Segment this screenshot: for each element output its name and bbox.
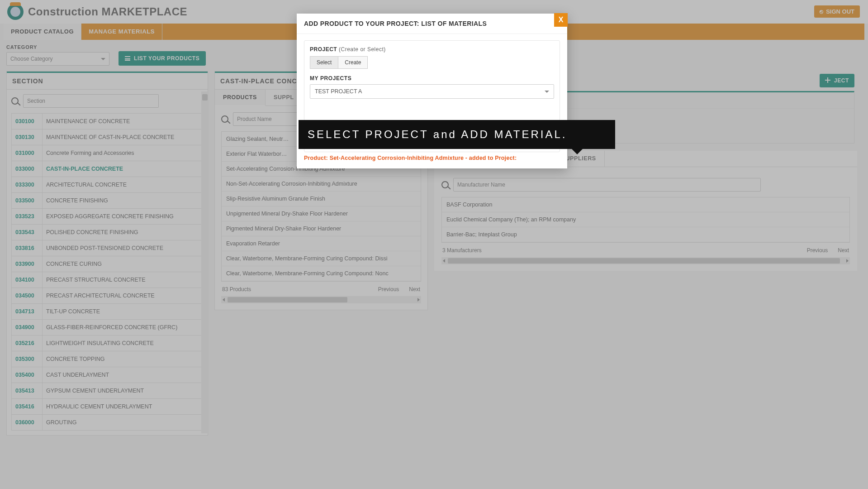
- project-mode-toggle: Select Create: [310, 56, 554, 69]
- modal-close-button[interactable]: X: [554, 13, 568, 27]
- help-callout-text: SELECT PROJECT and ADD MATERIAL.: [308, 128, 567, 140]
- toggle-select[interactable]: Select: [310, 56, 338, 69]
- project-select[interactable]: TEST PROJECT A: [310, 84, 554, 99]
- toggle-create[interactable]: Create: [338, 56, 368, 69]
- modal-title: ADD PRODUCT TO YOUR PROJECT: LIST OF MAT…: [297, 14, 567, 34]
- my-projects-label: MY PROJECTS: [310, 75, 554, 82]
- close-icon: X: [559, 16, 564, 24]
- help-callout: SELECT PROJECT and ADD MATERIAL.: [299, 120, 615, 149]
- project-select-value: TEST PROJECT A: [315, 88, 362, 95]
- chevron-down-icon: [545, 91, 549, 93]
- modal-status-message: Product: Set-Accelerating Corrosion-Inhi…: [304, 152, 560, 162]
- project-hint: (Create or Select): [339, 46, 386, 53]
- project-label: PROJECT: [310, 46, 337, 53]
